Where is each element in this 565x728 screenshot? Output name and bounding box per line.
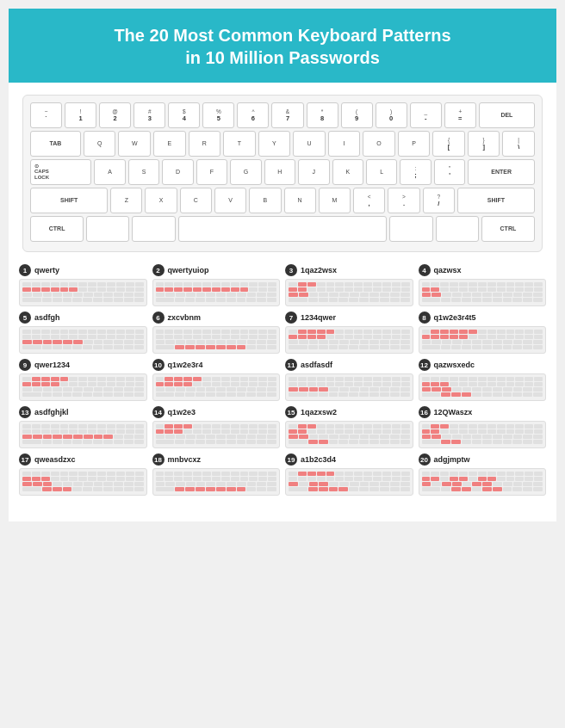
key-i: I [328, 131, 361, 157]
pattern-16: 16 12QWaszx [419, 406, 547, 448]
pattern-4-name: qazwsx [434, 266, 462, 275]
key-w: W [118, 131, 151, 157]
pattern-5: 5 asdfgh [19, 312, 147, 354]
key-4: $4 [168, 102, 200, 128]
pattern-13-keyboard [19, 421, 147, 448]
key-j: J [298, 159, 329, 185]
pattern-11: 11 asdfasdf [285, 359, 413, 401]
pattern-4-label: 4 qazwsx [419, 264, 547, 276]
pattern-18-keyboard [152, 468, 281, 496]
key-d: D [162, 159, 193, 185]
key-v: V [214, 188, 246, 213]
pattern-18-label: 18 mnbvcxz [152, 453, 281, 466]
pattern-12-num: 12 [419, 359, 431, 371]
pattern-19-name: a1b2c3d4 [301, 455, 336, 464]
pattern-19-label: 19 a1b2c3d4 [285, 453, 413, 466]
header-line2: in 10 Million Passwords [26, 46, 539, 69]
key-n: N [284, 188, 316, 213]
key-blank1 [86, 216, 129, 242]
key-tab: TAB [30, 131, 81, 157]
pattern-9-num: 9 [19, 359, 31, 371]
pattern-19-keyboard [285, 468, 413, 496]
pattern-4-keyboard [419, 279, 547, 306]
key-shift-right: SHIFT [457, 188, 535, 213]
pattern-20-name: adgjmptw [434, 455, 470, 464]
pattern-20-label: 20 adgjmptw [419, 453, 547, 466]
pattern-1: 1 qwerty [19, 264, 147, 306]
pattern-19-num: 19 [285, 453, 297, 466]
pattern-9-keyboard [19, 373, 147, 401]
key-caps: ⊙ CAPSLOCK [30, 159, 91, 185]
pattern-1-keyboard [19, 279, 147, 306]
key-semicolon: :; [400, 159, 431, 185]
pattern-8-num: 8 [419, 312, 431, 324]
kb-row-3: ⊙ CAPSLOCK A S D F G H J K L :; "' ENTER [30, 159, 535, 185]
key-h: H [264, 159, 295, 185]
pattern-3: 3 1qaz2wsx [285, 264, 413, 306]
key-space [178, 216, 388, 242]
pattern-14-num: 14 [152, 406, 165, 418]
pattern-11-name: asdfasdf [301, 361, 332, 369]
key-z: Z [110, 188, 142, 213]
key-plus: += [444, 102, 476, 128]
pattern-6: 6 zxcvbnm [152, 312, 281, 354]
pattern-16-label: 16 12QWaszx [419, 406, 547, 418]
keyboard-section: ~` !1 @2 #3 $4 %5 ^6 &7 *8 (9 )0 _- += D… [9, 83, 556, 259]
pattern-20: 20 adgjmptw [419, 453, 547, 496]
pattern-2-name: qwertyuiop [168, 266, 209, 275]
pattern-18-name: mnbvcxz [168, 455, 202, 464]
key-c: C [180, 188, 212, 213]
pattern-7-keyboard [285, 326, 413, 354]
key-t: T [223, 131, 256, 157]
key-a: A [94, 159, 125, 185]
pattern-17: 17 qweasdzxc [19, 453, 147, 496]
pattern-13-num: 13 [19, 406, 31, 418]
key-k: K [332, 159, 363, 185]
pattern-2: 2 qwertyuiop [152, 264, 281, 306]
pattern-11-keyboard [285, 373, 413, 401]
pattern-11-num: 11 [285, 359, 297, 371]
key-e: E [153, 131, 186, 157]
pattern-7-label: 7 1234qwer [285, 312, 413, 324]
kb-row-1: ~` !1 @2 #3 $4 %5 ^6 &7 *8 (9 )0 _- += D… [30, 102, 535, 128]
key-8: *8 [307, 102, 338, 128]
key-blank4 [436, 216, 479, 242]
pattern-10: 10 q1w2e3r4 [152, 359, 281, 401]
key-comma: <, [353, 188, 385, 213]
pattern-13-label: 13 asdfghjkl [19, 406, 147, 418]
pattern-3-keyboard [285, 279, 413, 306]
pattern-19: 19 a1b2c3d4 [285, 453, 413, 496]
patterns-grid: 1 qwerty 2 qwertyuiop [9, 259, 556, 504]
key-1: !1 [65, 102, 96, 128]
key-period: >. [388, 188, 419, 213]
key-slash: ?/ [423, 188, 455, 213]
key-ctrl-left: CTRL [30, 216, 84, 242]
pattern-9-name: qwer1234 [34, 361, 70, 369]
pattern-8-name: q1w2e3r4t5 [434, 313, 476, 322]
pattern-12-label: 12 qazwsxedc [419, 359, 547, 371]
pattern-10-name: q1w2e3r4 [168, 361, 203, 369]
pattern-6-name: zxcvbnm [168, 313, 202, 322]
main-keyboard: ~` !1 @2 #3 $4 %5 ^6 &7 *8 (9 )0 _- += D… [22, 95, 543, 252]
key-quote: "' [434, 159, 465, 185]
pattern-15: 15 1qazxsw2 [285, 406, 413, 448]
pattern-20-keyboard [419, 468, 547, 496]
key-lbracket: {[ [432, 131, 465, 157]
pattern-13-name: asdfghjkl [34, 408, 69, 416]
pattern-7-num: 7 [285, 312, 297, 324]
key-ctrl-right: CTRL [481, 216, 535, 242]
pattern-9: 9 qwer1234 [19, 359, 147, 401]
pattern-1-num: 1 [19, 264, 31, 276]
key-x: X [145, 188, 177, 213]
pattern-16-name: 12QWaszx [434, 408, 473, 416]
pattern-17-keyboard [19, 468, 147, 496]
key-5: %5 [202, 102, 234, 128]
pattern-14-label: 14 q1w2e3 [152, 406, 281, 418]
key-del: DEL [479, 102, 535, 128]
pattern-14-name: q1w2e3 [168, 408, 196, 416]
pattern-1-name: qwerty [34, 266, 59, 275]
pattern-6-num: 6 [152, 312, 165, 324]
pattern-16-num: 16 [419, 406, 431, 418]
pattern-2-keyboard [152, 279, 281, 306]
key-r: R [189, 131, 221, 157]
